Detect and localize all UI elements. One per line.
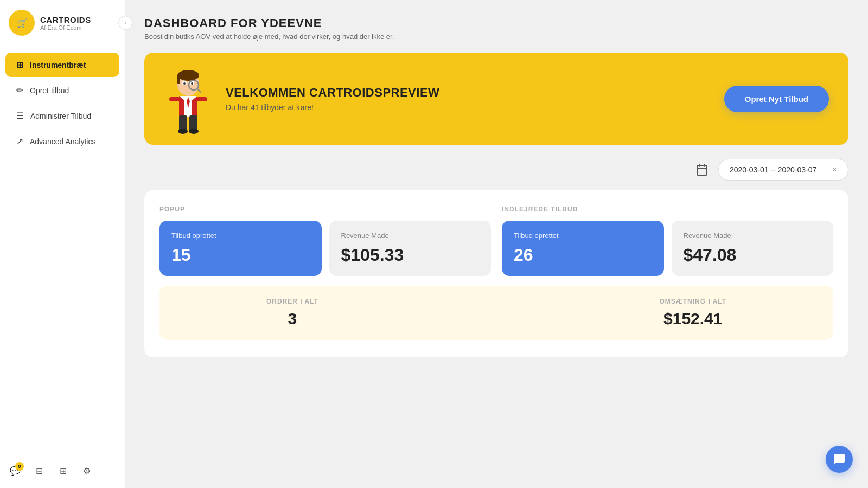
embedded-tilbud-value: 26: [514, 245, 652, 265]
calendar-icon-button[interactable]: [691, 159, 713, 181]
nav-items: ⊞ Instrumentbræt ✏ Opret tilbud ☰ Admini…: [0, 52, 125, 453]
nav-item-create-offer[interactable]: ✏ Opret tilbud: [5, 78, 119, 102]
page-title: DASHBOARD FOR YDEEVNE: [144, 16, 848, 30]
settings-button[interactable]: ⚙: [77, 461, 97, 480]
filter-row: 2020-03-01 -- 2020-03-07 ×: [144, 159, 848, 181]
edit-icon: ✏: [16, 85, 23, 95]
embedded-tilbud-label: Tilbud oprettet: [514, 232, 652, 240]
svg-rect-14: [189, 115, 197, 131]
totals-divider: [489, 299, 489, 326]
svg-rect-18: [196, 97, 207, 101]
brand-name: CARTROIDS: [40, 15, 116, 24]
sidebar-header: 🛒 CARTROIDS Af Era Of Ecom ‹: [0, 0, 125, 46]
nav-label-manage-offers: Administrer Tilbud: [30, 112, 91, 120]
popup-cards-row: Tilbud oprettet 15 Revenue Made $105.33: [159, 221, 491, 276]
nav-label-dashboard: Instrumentbræt: [30, 61, 86, 69]
svg-text:🛒: 🛒: [17, 18, 28, 28]
embedded-revenue-label: Revenue Made: [684, 232, 822, 240]
popup-section-label: POPUP: [159, 206, 491, 213]
svg-rect-13: [179, 115, 187, 131]
banner-title: VELKOMMEN CARTROIDSPREVIEW: [226, 86, 724, 100]
total-orders-label: ORDRER I ALT: [266, 298, 318, 305]
embedded-revenue-card: Revenue Made $47.08: [672, 221, 834, 276]
banner-text: VELKOMMEN CARTROIDSPREVIEW Du har 41 til…: [226, 86, 724, 112]
page-subtitle: Boost din butiks AOV ved at holde øje me…: [144, 33, 848, 41]
embedded-section-label: INDLEJREDE TILBUD: [502, 206, 833, 213]
embedded-tilbud-card: Tilbud oprettet 26: [502, 221, 664, 276]
svg-point-3: [177, 70, 199, 81]
grid-button[interactable]: ⊞: [53, 461, 73, 480]
list-button[interactable]: ⊟: [29, 461, 49, 480]
create-offer-button[interactable]: Opret Nyt Tilbud: [724, 86, 829, 112]
total-revenue-value: $152.41: [659, 310, 726, 328]
popup-tilbud-label: Tilbud oprettet: [171, 232, 310, 240]
total-revenue: OMSÆTNING I ALT $152.41: [659, 298, 726, 328]
collapse-sidebar-button[interactable]: ‹: [118, 16, 132, 30]
total-revenue-label: OMSÆTNING I ALT: [659, 298, 726, 305]
banner-character: [164, 69, 213, 129]
popup-revenue-value: $105.33: [341, 245, 480, 265]
date-range-clear-button[interactable]: ×: [832, 165, 837, 175]
nav-label-create-offer: Opret tilbud: [30, 86, 69, 95]
popup-revenue-card: Revenue Made $105.33: [329, 221, 492, 276]
messages-button[interactable]: 💬 0: [5, 461, 25, 480]
list-icon: ☰: [16, 111, 24, 121]
svg-point-7: [183, 82, 186, 85]
logo-icon: 🛒: [9, 10, 35, 36]
totals-row: ORDRER I ALT 3 OMSÆTNING I ALT $152.41: [159, 286, 833, 340]
popup-section: POPUP Tilbud oprettet 15 Revenue Made $1…: [159, 206, 491, 276]
popup-tilbud-card: Tilbud oprettet 15: [159, 221, 322, 276]
svg-rect-19: [697, 165, 707, 175]
svg-point-8: [191, 82, 193, 85]
nav-item-analytics[interactable]: ↗ Advanced Analytics: [5, 129, 119, 153]
svg-rect-4: [177, 75, 180, 84]
banner-description: Du har 41 tilbyder at køre!: [226, 103, 724, 112]
messages-badge: 0: [15, 462, 24, 471]
svg-line-10: [197, 89, 201, 92]
popup-tilbud-value: 15: [171, 245, 310, 265]
nav-label-analytics: Advanced Analytics: [30, 137, 95, 146]
date-range-input[interactable]: 2020-03-01 -- 2020-03-07 ×: [718, 159, 848, 181]
brand-subtitle: Af Era Of Ecom: [40, 24, 116, 31]
popup-revenue-label: Revenue Made: [341, 232, 480, 240]
total-orders: ORDRER I ALT 3: [266, 298, 318, 328]
svg-point-16: [189, 129, 199, 134]
stats-container: POPUP Tilbud oprettet 15 Revenue Made $1…: [144, 190, 848, 357]
total-orders-value: 3: [266, 310, 318, 328]
main-content: DASHBOARD FOR YDEEVNE Boost din butiks A…: [125, 0, 868, 488]
brand-info: CARTROIDS Af Era Of Ecom: [40, 15, 116, 31]
svg-rect-17: [169, 97, 180, 101]
sidebar: 🛒 CARTROIDS Af Era Of Ecom ‹ ⊞ Instrumen…: [0, 0, 125, 488]
welcome-banner: VELKOMMEN CARTROIDSPREVIEW Du har 41 til…: [144, 53, 848, 145]
analytics-icon: ↗: [16, 136, 23, 146]
dashboard-icon: ⊞: [16, 60, 23, 70]
stats-sections: POPUP Tilbud oprettet 15 Revenue Made $1…: [159, 206, 833, 276]
embedded-section: INDLEJREDE TILBUD Tilbud oprettet 26 Rev…: [502, 206, 833, 276]
sidebar-footer: 💬 0 ⊟ ⊞ ⚙: [0, 453, 125, 488]
date-range-value: 2020-03-01 -- 2020-03-07: [730, 165, 816, 174]
chat-button[interactable]: [826, 446, 853, 473]
nav-item-dashboard[interactable]: ⊞ Instrumentbræt: [5, 53, 119, 77]
nav-item-manage-offers[interactable]: ☰ Administrer Tilbud: [5, 104, 119, 128]
embedded-revenue-value: $47.08: [684, 245, 822, 265]
svg-point-15: [178, 129, 188, 134]
embedded-cards-row: Tilbud oprettet 26 Revenue Made $47.08: [502, 221, 833, 276]
